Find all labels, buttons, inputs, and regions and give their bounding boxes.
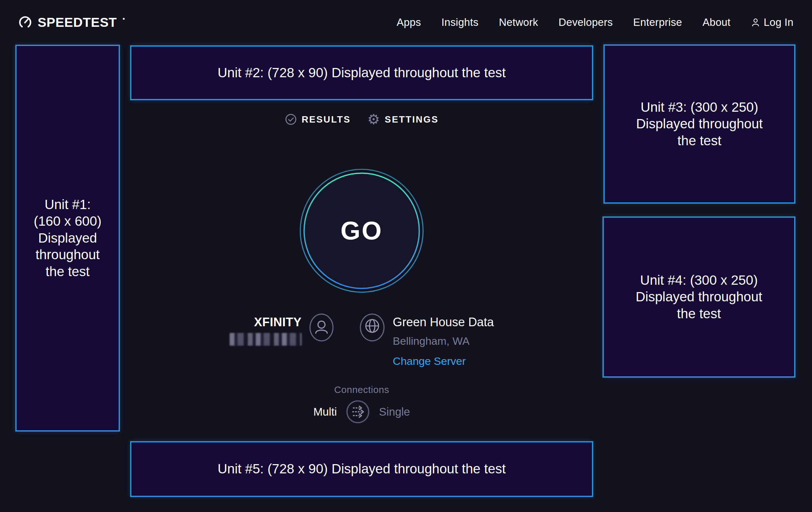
server-info: Green House Data Bellingham, WA Change S… <box>359 313 494 368</box>
user-icon <box>751 18 760 27</box>
ad-text-line: Unit #4: (300 x 250) <box>640 272 758 289</box>
brand-name: SPEEDTEST <box>38 15 117 30</box>
connection-info-row: XFINITY Green House Data Bellingham, WA … <box>130 313 593 368</box>
change-server-link[interactable]: Change Server <box>393 355 466 368</box>
server-location: Bellingham, WA <box>393 335 470 347</box>
gear-icon: ⚙︎ <box>368 112 380 127</box>
go-button-label: GO <box>299 168 424 293</box>
isp-avatar-icon <box>309 313 334 342</box>
main-nav: Apps Insights Network Developers Enterpr… <box>397 16 793 28</box>
server-name: Green House Data <box>393 315 494 329</box>
check-circle-icon <box>285 113 297 126</box>
tab-settings[interactable]: ⚙︎ SETTINGS <box>368 112 438 127</box>
nav-item-insights[interactable]: Insights <box>441 16 478 28</box>
tab-results[interactable]: RESULTS <box>285 112 351 127</box>
top-nav-bar: SPEEDTEST Apps Insights Network Develope… <box>0 0 812 45</box>
ad-text-line: the test <box>46 263 90 280</box>
multi-connections-icon[interactable] <box>346 400 370 424</box>
nav-item-enterprise[interactable]: Enterprise <box>633 16 682 28</box>
ad-text-line: Displayed throughout <box>636 289 762 305</box>
isp-name: XFINITY <box>254 315 301 329</box>
ad-text-line: (160 x 600) <box>34 213 102 230</box>
ad-text-line: Unit #5: (728 x 90) Displayed throughout… <box>218 461 506 478</box>
nav-item-about[interactable]: About <box>703 16 731 28</box>
speedtest-logo[interactable]: SPEEDTEST <box>18 15 125 30</box>
ip-address-redacted <box>230 333 302 346</box>
connections-toggle-row: Multi Single <box>130 400 593 424</box>
ad-unit-5-leaderboard[interactable]: Unit #5: (728 x 90) Displayed throughout… <box>130 441 593 497</box>
ad-text-line: Displayed throughout <box>636 115 763 132</box>
connections-label: Connections <box>130 384 593 395</box>
ad-unit-1-skyscraper[interactable]: Unit #1: (160 x 600) Displayed throughou… <box>15 45 120 432</box>
tab-settings-label: SETTINGS <box>385 114 438 125</box>
tab-results-label: RESULTS <box>302 114 351 125</box>
ad-text-line: Unit #3: (300 x 250) <box>641 99 758 116</box>
ad-text-line: throughout <box>36 246 100 263</box>
connections-multi-option[interactable]: Multi <box>313 405 337 418</box>
login-button[interactable]: Log In <box>751 16 793 28</box>
ad-text-line: the test <box>677 305 721 322</box>
ad-unit-4-rectangle[interactable]: Unit #4: (300 x 250) Displayed throughou… <box>603 216 795 378</box>
ad-unit-3-rectangle[interactable]: Unit #3: (300 x 250) Displayed throughou… <box>603 44 795 204</box>
nav-item-developers[interactable]: Developers <box>558 16 613 28</box>
connections-single-option[interactable]: Single <box>379 405 410 418</box>
go-button[interactable]: GO <box>299 168 424 293</box>
trademark-dot <box>123 18 125 20</box>
login-label: Log In <box>763 16 793 28</box>
nav-item-network[interactable]: Network <box>499 16 538 28</box>
isp-info: XFINITY <box>230 313 334 346</box>
ad-text-line: Displayed <box>38 230 97 247</box>
ad-text-line: Unit #1: <box>45 196 91 213</box>
ad-text-line: the test <box>677 132 721 150</box>
ad-unit-2-leaderboard[interactable]: Unit #2: (728 x 90) Displayed throughout… <box>130 45 593 100</box>
ad-text-line: Unit #2: (728 x 90) Displayed throughout… <box>218 64 506 81</box>
nav-item-apps[interactable]: Apps <box>397 16 421 28</box>
results-settings-tabs: RESULTS ⚙︎ SETTINGS <box>130 112 593 127</box>
speedometer-icon <box>18 15 32 30</box>
globe-icon <box>359 313 385 342</box>
